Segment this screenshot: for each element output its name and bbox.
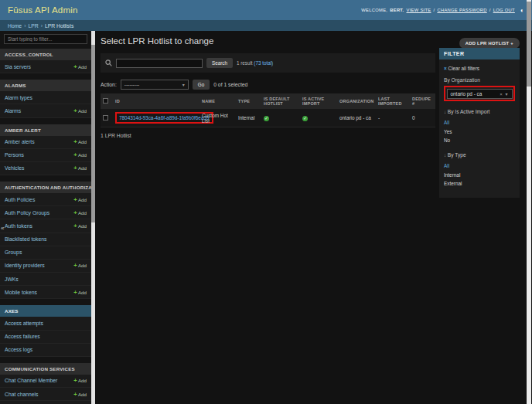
sidebar-item-jwks[interactable]: JWKs [5,276,19,283]
page-scrollbar[interactable] [527,0,531,404]
sidebar-item-blacklisted-tokens[interactable]: Blacklisted tokens [5,236,46,243]
sidebar-item-auth-tokens[interactable]: Auth tokens [5,222,32,229]
add-link[interactable]: + Add [73,138,87,145]
sidebar-row: Chat users + Add [0,401,91,404]
column-header-is-active-import[interactable]: IS ACTIVE IMPORT [300,93,337,109]
sidebar-item-alarm-types[interactable]: Alarm types [5,94,32,101]
column-header-id[interactable]: ID [113,93,200,109]
chevron-down-icon: ▾ [182,82,185,87]
filter-panel-title: FILTER [439,48,520,59]
add-link[interactable]: + Add [73,222,87,229]
yes-check-icon: ✓ [302,116,308,121]
row-select-cell [101,109,113,127]
plus-icon: + [73,377,77,384]
section-caption: ACCESS_CONTROL [0,49,91,60]
add-link[interactable]: + Add [73,165,87,171]
column-header-type[interactable]: TYPE [236,93,261,109]
add-link[interactable]: + Add [73,262,87,269]
sidebar-item-access-failures[interactable]: Access failures [5,333,40,340]
add-link[interactable]: + Add [73,391,87,398]
add-link[interactable]: + Add [73,63,87,70]
action-select[interactable]: --------- ▾ [121,80,189,90]
column-header-organization[interactable]: ORGANIZATION [337,93,376,109]
sidebar-item-auth-policies[interactable]: Auth Policies [5,196,35,203]
sidebar-item-chat-channel-member[interactable]: Chat Channel Member [5,377,57,384]
sidebar-collapse-toggle[interactable]: « [1,225,4,232]
sidebar-section-access-control: ACCESS_CONTROL Sia servers + Add [0,49,91,73]
filter-option-type-external[interactable]: External [444,179,515,188]
view-site-link[interactable]: VIEW SITE [406,8,431,12]
action-selected-option: --------- [124,82,139,87]
sidebar-item-alarms[interactable]: Alarms [5,107,21,114]
search-button[interactable]: Search [206,58,233,68]
result-count-text: 1 result [237,60,253,66]
section-caption: ALARMS [0,80,91,91]
sidebar-item-vehicles[interactable]: Vehicles [5,165,24,171]
show-all-link[interactable]: (73 total) [254,60,273,66]
column-header-name[interactable]: NAME [200,93,236,109]
clear-all-filters-link[interactable]: × Clear all filters [444,66,515,71]
organization-select[interactable]: ontario pd - ca × ▾ [447,89,513,99]
hotlist-id-link[interactable]: 7804314d-93ca-4a6f-a89d-1fa9b0f6ea39 [119,115,210,121]
sidebar-row: Chat Channel Member + Add [0,375,91,388]
column-header-last-imported[interactable]: LAST IMPORTED [376,93,410,109]
sidebar-item-access-attempts[interactable]: Access attempts [5,320,43,327]
select-all-header [101,93,113,109]
add-button-row: ADD LPR HOTLIST + [439,34,520,49]
sidebar-item-amber-alerts[interactable]: Amber alerts [5,138,35,145]
sidebar-item-auth-policy-groups[interactable]: Auth Policy Groups [5,209,49,216]
select-clear-and-caret-icons[interactable]: × ▾ [500,91,508,97]
breadcrumb-current: LPR Hotlists [45,23,73,29]
sidebar-item-access-logs[interactable]: Access logs [5,346,32,353]
add-link[interactable]: + Add [73,289,87,296]
link-separator: / [489,8,491,12]
selection-status: 0 of 1 selected [213,82,247,87]
plus-icon: + [73,391,77,398]
page-scrollbar-thumb[interactable] [527,2,531,87]
add-link[interactable]: + Add [73,377,87,384]
sidebar-row: Groups [0,246,91,260]
sidebar-filter-input[interactable] [4,34,87,44]
sidebar-item-persons[interactable]: Persons [5,151,24,158]
theme-toggle-icon[interactable]: ◐ [520,7,524,14]
plus-icon: + [73,262,77,269]
plus-icon: + [73,289,77,296]
add-link[interactable]: + Add [73,196,87,203]
add-link[interactable]: + Add [73,107,87,114]
sidebar-item-chat-channels[interactable]: Chat channels [5,391,38,398]
add-link[interactable]: + Add [73,151,87,158]
sidebar-row: Access attempts [0,317,91,330]
annotation-highlight-organization: ontario pd - ca × ▾ [444,86,515,101]
filter-option-type-all[interactable]: All [444,161,515,170]
filter-by-type-heading[interactable]: ↓ By Type [444,152,515,158]
sidebar-item-groups[interactable]: Groups [5,249,22,256]
breadcrumb-home[interactable]: Home [8,23,22,29]
select-all-checkbox[interactable] [103,98,108,104]
filter-option-active-import-all[interactable]: All [444,118,515,127]
sidebar-row: Alarms + Add [0,104,91,117]
change-password-link[interactable]: CHANGE PASSWORD [437,8,486,12]
sidebar-item-identity-providers[interactable]: Identity providers [5,262,45,269]
sidebar-item-sia-servers[interactable]: Sia servers [5,63,31,70]
filter-option-active-import-yes[interactable]: Yes [444,127,515,135]
row-checkbox[interactable] [103,115,108,121]
column-header-dedupe[interactable]: DEDUPE # [410,93,435,109]
filter-by-is-active-import-heading[interactable]: ↓ By Is Active Import [444,109,515,114]
filter-option-type-internal[interactable]: Internal [444,171,515,179]
filter-option-active-import-no[interactable]: No [444,136,515,144]
sidebar-item-mobile-tokens[interactable]: Mobile tokens [5,289,37,296]
section-caption: AUTHENTICATION AND AUTHORIZATION [0,182,91,193]
logout-link[interactable]: LOG OUT [493,8,515,12]
filter-arrow-icon: ↓ [444,110,446,114]
search-input[interactable] [116,59,203,68]
add-link[interactable]: + Add [73,209,87,216]
column-header-is-default-hotlist[interactable]: IS DEFAULT HOTLIST [261,93,300,109]
username: BERT. [390,8,404,12]
add-lpr-hotlist-button[interactable]: ADD LPR HOTLIST + [459,38,520,49]
breadcrumb-lpr[interactable]: LPR [28,23,38,29]
plus-icon: + [73,138,77,145]
section-caption: AMBER ALERT [0,124,91,136]
go-button[interactable]: Go [193,80,210,90]
brand-title[interactable]: Fūsus API Admin [8,5,78,15]
breadcrumb-separator: › [24,23,26,29]
